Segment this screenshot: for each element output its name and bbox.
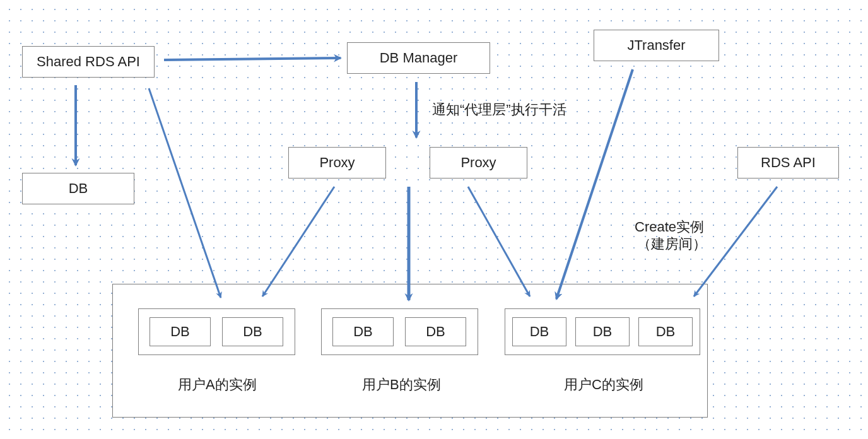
rds-api-label: RDS API [761,155,816,171]
db-manager-box: DB Manager [347,42,490,74]
proxy2-label: Proxy [460,155,496,171]
user-a-instance-caption: 用户A的实例 [178,375,257,394]
db-a1-box: DB [150,317,211,346]
db-b1-label: DB [353,324,373,340]
db-a2-box: DB [222,317,283,346]
diagram-stage: Shared RDS API DB Manager JTransfer DB P… [0,0,868,439]
db-b2-label: DB [426,324,445,340]
db-c1-box: DB [512,317,566,346]
db-b1-box: DB [332,317,394,346]
db-left-label: DB [69,180,88,197]
proxy1-label: Proxy [319,155,355,171]
create-instance-annotation-line2: （建房间） [637,235,707,254]
db-c3-box: DB [638,317,693,346]
create-instance-annotation-line1: Create实例 [635,218,704,237]
proxy1-box: Proxy [288,147,386,179]
db-manager-label: DB Manager [380,50,458,66]
arrow-jtransfer-down [556,69,633,299]
db-c2-label: DB [593,324,613,340]
jtransfer-box: JTransfer [594,30,719,61]
db-c1-label: DB [530,324,549,340]
rds-api-box: RDS API [737,147,839,179]
db-a1-label: DB [170,324,190,340]
proxy2-box: Proxy [430,147,527,179]
jtransfer-label: JTransfer [627,37,685,54]
user-b-instance-caption: 用户B的实例 [362,375,441,394]
db-a2-label: DB [243,324,262,340]
db-b2-box: DB [405,317,466,346]
user-c-instance-caption: 用户C的实例 [564,375,643,394]
arrow-shared-to-dbmanager [164,58,341,60]
db-left-box: DB [22,173,134,204]
arrow-proxy2-down [468,187,530,296]
db-c3-label: DB [656,324,676,340]
arrow-proxy1-down [262,187,334,296]
db-c2-box: DB [575,317,630,346]
shared-rds-api-label: Shared RDS API [37,54,140,70]
shared-rds-api-box: Shared RDS API [22,46,155,78]
notify-proxy-annotation: 通知“代理层”执行干活 [432,100,566,119]
arrow-shared-to-usera [149,88,221,298]
